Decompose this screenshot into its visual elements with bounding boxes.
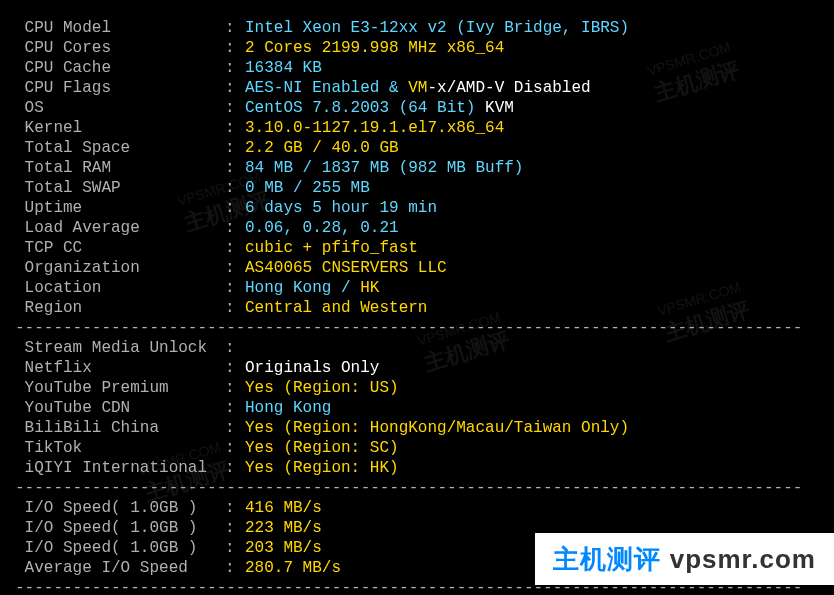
info-row: Kernel : 3.10.0-1127.19.1.el7.x86_64: [15, 118, 819, 138]
info-value: Yes (Region: US): [245, 378, 399, 398]
colon: :: [225, 258, 245, 278]
info-value: AS40065 CNSERVERS LLC: [245, 258, 447, 278]
info-value: 0 MB / 255 MB: [245, 178, 370, 198]
info-value: Yes (Region: HK): [245, 458, 399, 478]
colon: :: [225, 18, 245, 38]
colon: :: [225, 98, 245, 118]
info-row: Load Average : 0.06, 0.28, 0.21: [15, 218, 819, 238]
info-label: CPU Cache: [15, 58, 225, 78]
colon: :: [225, 178, 245, 198]
info-value: 416 MB/s: [245, 498, 322, 518]
info-value: Central and Western: [245, 298, 427, 318]
info-value-suffix: HK: [360, 278, 379, 298]
colon: :: [225, 238, 245, 258]
info-label: Total Space: [15, 138, 225, 158]
info-row: I/O Speed( 1.0GB ) : 416 MB/s: [15, 498, 819, 518]
info-row: CPU Cores : 2 Cores 2199.998 MHz x86_64: [15, 38, 819, 58]
colon: :: [225, 138, 245, 158]
info-label: CPU Flags: [15, 78, 225, 98]
info-value: 2 Cores 2199.998 MHz x86_64: [245, 38, 504, 58]
info-label: Average I/O Speed: [15, 558, 225, 578]
info-value: 2.2 GB / 40.0 GB: [245, 138, 399, 158]
info-row: YouTube CDN : Hong Kong: [15, 398, 819, 418]
colon: :: [225, 518, 245, 538]
info-row: TCP CC : cubic + pfifo_fast: [15, 238, 819, 258]
info-row: Uptime : 6 days 5 hour 19 min: [15, 198, 819, 218]
colon: :: [225, 118, 245, 138]
info-row: Location : Hong Kong / HK: [15, 278, 819, 298]
info-label: YouTube Premium: [15, 378, 225, 398]
info-row: CPU Flags : AES-NI Enabled & VM-x/AMD-V …: [15, 78, 819, 98]
info-value: 280.7 MB/s: [245, 558, 341, 578]
info-label: CPU Model: [15, 18, 225, 38]
info-row: Region : Central and Western: [15, 298, 819, 318]
info-row: Organization : AS40065 CNSERVERS LLC: [15, 258, 819, 278]
info-label: Uptime: [15, 198, 225, 218]
info-label: Netflix: [15, 358, 225, 378]
info-label: Location: [15, 278, 225, 298]
colon: :: [225, 158, 245, 178]
info-label: Kernel: [15, 118, 225, 138]
colon: :: [225, 358, 245, 378]
colon: :: [225, 58, 245, 78]
info-value: 16384 KB: [245, 58, 322, 78]
info-label: OS: [15, 98, 225, 118]
info-value: Intel Xeon E3-12xx v2 (Ivy Bridge, IBRS): [245, 18, 629, 38]
colon: :: [225, 298, 245, 318]
info-value-suffix: KVM: [485, 98, 514, 118]
info-label: BiliBili China: [15, 418, 225, 438]
info-value: Yes (Region: HongKong/Macau/Taiwan Only): [245, 418, 629, 438]
colon: :: [225, 78, 245, 98]
banner-title: 主机测评: [553, 544, 661, 574]
info-row: Total SWAP : 0 MB / 255 MB: [15, 178, 819, 198]
info-value: 84 MB / 1837 MB (982 MB Buff): [245, 158, 523, 178]
separator: ----------------------------------------…: [15, 478, 819, 498]
info-row: YouTube Premium : Yes (Region: US): [15, 378, 819, 398]
colon: :: [225, 458, 245, 478]
info-row: OS : CentOS 7.8.2003 (64 Bit) KVM: [15, 98, 819, 118]
info-row: Total Space : 2.2 GB / 40.0 GB: [15, 138, 819, 158]
info-label: Organization: [15, 258, 225, 278]
info-value: cubic + pfifo_fast: [245, 238, 418, 258]
info-row: iQIYI International : Yes (Region: HK): [15, 458, 819, 478]
info-value-suffix: -x/AMD-V Disabled: [427, 78, 590, 98]
info-label: Total RAM: [15, 158, 225, 178]
info-label: TikTok: [15, 438, 225, 458]
info-value-suffix: VM: [408, 78, 427, 98]
colon: :: [225, 398, 245, 418]
colon: :: [225, 198, 245, 218]
info-label: TCP CC: [15, 238, 225, 258]
colon: :: [225, 538, 245, 558]
info-label: Load Average: [15, 218, 225, 238]
info-value: AES-NI Enabled &: [245, 78, 408, 98]
separator: ----------------------------------------…: [15, 318, 819, 338]
info-row: BiliBili China : Yes (Region: HongKong/M…: [15, 418, 819, 438]
info-value: 0.06, 0.28, 0.21: [245, 218, 399, 238]
info-value: 6 days 5 hour 19 min: [245, 198, 437, 218]
info-label: CPU Cores: [15, 38, 225, 58]
info-label: Total SWAP: [15, 178, 225, 198]
info-value: 203 MB/s: [245, 538, 322, 558]
colon: :: [225, 38, 245, 58]
info-row: CPU Cache : 16384 KB: [15, 58, 819, 78]
colon: :: [225, 438, 245, 458]
info-label: I/O Speed( 1.0GB ): [15, 518, 225, 538]
info-label: Region: [15, 298, 225, 318]
info-value: CentOS 7.8.2003 (64 Bit): [245, 98, 485, 118]
colon: :: [225, 418, 245, 438]
info-value: Originals Only: [245, 358, 379, 378]
section-header: Stream Media Unlock :: [15, 338, 819, 358]
info-row: Total RAM : 84 MB / 1837 MB (982 MB Buff…: [15, 158, 819, 178]
info-value: 3.10.0-1127.19.1.el7.x86_64: [245, 118, 504, 138]
info-row: TikTok : Yes (Region: SC): [15, 438, 819, 458]
colon: :: [225, 338, 245, 358]
colon: :: [225, 378, 245, 398]
banner-domain: vpsmr.com: [670, 544, 816, 574]
info-value: Hong Kong /: [245, 278, 360, 298]
info-label: I/O Speed( 1.0GB ): [15, 498, 225, 518]
colon: :: [225, 498, 245, 518]
colon: :: [225, 278, 245, 298]
colon: :: [225, 558, 245, 578]
info-row: Netflix : Originals Only: [15, 358, 819, 378]
info-row: CPU Model : Intel Xeon E3-12xx v2 (Ivy B…: [15, 18, 819, 38]
